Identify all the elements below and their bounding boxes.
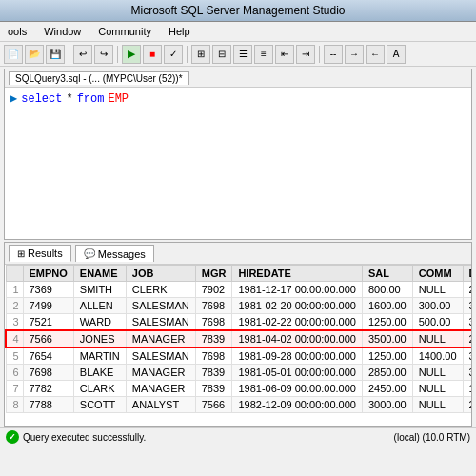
- results-icon: ⊞: [17, 248, 25, 259]
- cell-deptno: 10: [463, 381, 471, 397]
- new-query-btn[interactable]: 📄: [4, 45, 23, 64]
- separator-2: [117, 46, 118, 63]
- cell-ename: WARD: [73, 314, 126, 331]
- status-bar: ✓ Query executed successfully. (local) (…: [0, 427, 476, 446]
- parse-btn[interactable]: ✓: [164, 45, 183, 64]
- col-job: JOB: [126, 266, 195, 282]
- table-row[interactable]: 17369SMITHCLERK79021981-12-17 00:00:00.0…: [6, 282, 471, 298]
- cell-comm: 300.00: [412, 298, 463, 314]
- cell-hiredate: 1982-12-09 00:00:00.000: [232, 397, 363, 413]
- format-btn[interactable]: A: [387, 45, 406, 64]
- cell-deptno: 20: [463, 330, 471, 347]
- cell-sal: 1600.00: [362, 298, 412, 314]
- menu-help[interactable]: Help: [165, 24, 194, 39]
- cell-deptno: 30: [463, 365, 471, 381]
- cell-mgr: 7698: [195, 347, 232, 365]
- table-row[interactable]: 67698BLAKEMANAGER78391981-05-01 00:00:00…: [6, 365, 471, 381]
- cell-empno: 7782: [23, 381, 73, 397]
- col-hiredate: HIREDATE: [232, 266, 363, 282]
- keyword-from: from: [77, 92, 105, 106]
- indent-btn[interactable]: →: [345, 45, 364, 64]
- cell-comm: NULL: [412, 381, 463, 397]
- tab-messages[interactable]: 💬 Messages: [75, 245, 154, 262]
- cell-hiredate: 1981-02-20 00:00:00.000: [232, 298, 363, 314]
- cell-deptno: 30: [463, 347, 471, 365]
- table-row[interactable]: 37521WARDSALESMAN76981981-02-22 00:00:00…: [6, 314, 471, 331]
- btn4[interactable]: ≡: [254, 45, 273, 64]
- cell-comm: NULL: [412, 330, 463, 347]
- table-header-row: EMPNO ENAME JOB MGR HIREDATE SAL COMM DE…: [6, 266, 471, 282]
- menu-tools[interactable]: ools: [4, 24, 30, 39]
- cell-row-num: 3: [6, 314, 23, 331]
- outdent-btn[interactable]: ←: [366, 45, 385, 64]
- comment-btn[interactable]: --: [324, 45, 343, 64]
- cell-mgr: 7839: [195, 381, 232, 397]
- cell-job: SALESMAN: [126, 347, 195, 365]
- execute-btn[interactable]: ▶: [122, 45, 141, 64]
- cell-ename: JONES: [73, 330, 126, 347]
- col-sal: SAL: [362, 266, 412, 282]
- results-tab-bar: ⊞ Results 💬 Messages: [5, 243, 471, 265]
- editor-tab-bar: SQLQuery3.sql - (... (MYPC\User (52))*: [5, 69, 471, 88]
- table-row[interactable]: 87788SCOTTANALYST75661982-12-09 00:00:00…: [6, 397, 471, 413]
- btn5[interactable]: ⇤: [275, 45, 294, 64]
- cell-mgr: 7698: [195, 314, 232, 331]
- open-btn[interactable]: 📂: [25, 45, 44, 64]
- cell-job: ANALYST: [126, 397, 195, 413]
- col-comm: COMM: [412, 266, 463, 282]
- table-row[interactable]: 77782CLARKMANAGER78391981-06-09 00:00:00…: [6, 381, 471, 397]
- cell-comm: NULL: [412, 397, 463, 413]
- cell-hiredate: 1981-04-02 00:00:00.000: [232, 330, 363, 347]
- tab-results[interactable]: ⊞ Results: [9, 245, 71, 262]
- server-info: (local) (10.0 RTM): [394, 432, 470, 443]
- cell-sal: 3500.00: [362, 330, 412, 347]
- cell-hiredate: 1981-06-09 00:00:00.000: [232, 381, 363, 397]
- btn6[interactable]: ⇥: [296, 45, 315, 64]
- status-icon: ✓: [6, 430, 19, 444]
- toolbar: 📄 📂 💾 ↩ ↪ ▶ ■ ✓ ⊞ ⊟ ☰ ≡ ⇤ ⇥ -- → ← A: [0, 42, 476, 67]
- redo-btn[interactable]: ↪: [94, 45, 113, 64]
- cell-deptno: 30: [463, 314, 471, 331]
- btn2[interactable]: ⊟: [212, 45, 231, 64]
- cell-empno: 7566: [23, 330, 73, 347]
- table-row[interactable]: 47566JONESMANAGER78391981-04-02 00:00:00…: [6, 330, 471, 347]
- table-container[interactable]: EMPNO ENAME JOB MGR HIREDATE SAL COMM DE…: [5, 265, 471, 426]
- cell-comm: NULL: [412, 282, 463, 298]
- cell-mgr: 7566: [195, 397, 232, 413]
- messages-icon: 💬: [84, 248, 95, 259]
- table-name: EMP: [108, 92, 129, 106]
- btn3[interactable]: ☰: [233, 45, 252, 64]
- editor-line-1: ▶ select * from EMP: [10, 91, 466, 106]
- cell-row-num: 7: [6, 381, 23, 397]
- cell-sal: 2850.00: [362, 365, 412, 381]
- undo-btn[interactable]: ↩: [73, 45, 92, 64]
- cell-job: SALESMAN: [126, 298, 195, 314]
- cell-ename: ALLEN: [73, 298, 126, 314]
- cell-deptno: 30: [463, 298, 471, 314]
- save-btn[interactable]: 💾: [46, 45, 65, 64]
- cell-sal: 2450.00: [362, 381, 412, 397]
- table-row[interactable]: 27499ALLENSALESMAN76981981-02-20 00:00:0…: [6, 298, 471, 314]
- results-table: EMPNO ENAME JOB MGR HIREDATE SAL COMM DE…: [5, 265, 471, 413]
- cell-empno: 7698: [23, 365, 73, 381]
- cell-hiredate: 1981-09-28 00:00:00.000: [232, 347, 363, 365]
- cell-job: SALESMAN: [126, 314, 195, 331]
- cell-row-num: 8: [6, 397, 23, 413]
- table-row[interactable]: 57654MARTINSALESMAN76981981-09-28 00:00:…: [6, 347, 471, 365]
- cell-sal: 1250.00: [362, 347, 412, 365]
- stop-btn[interactable]: ■: [143, 45, 162, 64]
- editor-content[interactable]: ▶ select * from EMP: [5, 88, 471, 221]
- editor-tab[interactable]: SQLQuery3.sql - (... (MYPC\User (52))*: [9, 71, 189, 85]
- title-bar: Microsoft SQL Server Management Studio: [0, 0, 476, 22]
- cell-row-num: 5: [6, 347, 23, 365]
- cell-empno: 7521: [23, 314, 73, 331]
- menu-window[interactable]: Window: [40, 24, 85, 39]
- cell-deptno: 20: [463, 397, 471, 413]
- btn1[interactable]: ⊞: [191, 45, 210, 64]
- menu-community[interactable]: Community: [94, 24, 155, 39]
- cell-ename: MARTIN: [73, 347, 126, 365]
- col-deptno: DEPTNO: [463, 266, 471, 282]
- cell-deptno: 20: [463, 282, 471, 298]
- cell-mgr: 7839: [195, 330, 232, 347]
- status-left: ✓ Query executed successfully.: [6, 430, 146, 444]
